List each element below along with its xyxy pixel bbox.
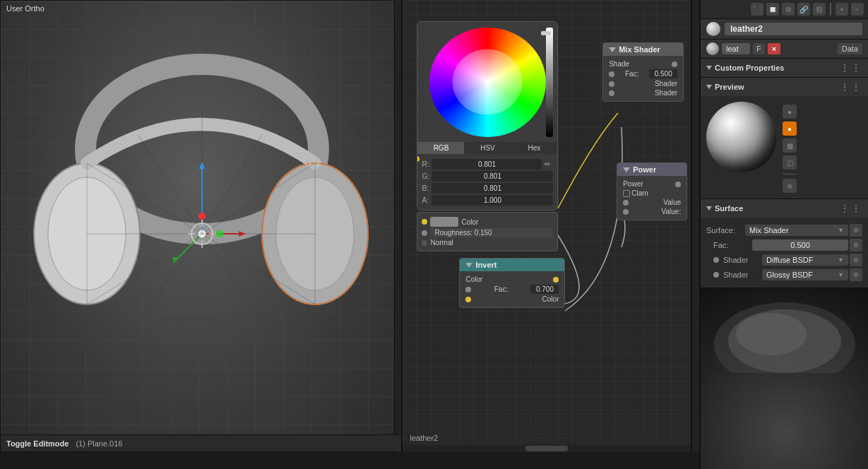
color-r-row: R: ✏ <box>422 158 553 170</box>
surface-header[interactable]: Surface ⋮⋮ <box>701 199 868 218</box>
surface-triangle[interactable] <box>706 206 712 210</box>
invert-collapse-triangle[interactable] <box>465 263 472 268</box>
svg-point-35 <box>736 313 807 355</box>
node-editor-panel[interactable]: RGB HSV Hex R: ✏ G: <box>401 0 692 452</box>
material-properties-node[interactable]: Color Roughness: 0.150 Normal <box>417 212 558 251</box>
brightness-handle[interactable] <box>541 31 551 35</box>
viewport-panel: User Ortho <box>0 0 395 452</box>
surface-type-dropdown[interactable]: Mix Shader ▼ <box>745 225 848 236</box>
roughness-connector[interactable] <box>422 230 427 236</box>
fac-settings-btn[interactable]: ⚙ <box>850 239 862 251</box>
panel-splitter-right[interactable]: ··· <box>692 0 699 452</box>
color-picker-node[interactable]: RGB HSV Hex R: ✏ G: <box>417 21 558 210</box>
a-input[interactable] <box>432 195 553 206</box>
r-input[interactable] <box>432 159 542 170</box>
shader2-dropdown[interactable]: Glossy BSDF ▼ <box>762 269 848 280</box>
shader2-value: Glossy BSDF <box>766 271 813 279</box>
icon-btn-1[interactable]: ⬛ <box>751 3 763 16</box>
eyedropper-icon[interactable]: ✏ <box>542 158 553 170</box>
preview-icon-cube[interactable]: ◫ <box>783 155 797 170</box>
preview-icon-sphere[interactable]: ● <box>783 105 797 119</box>
b-input[interactable] <box>432 183 553 194</box>
preview-header[interactable]: Preview ⋮⋮ <box>701 78 868 96</box>
normal-connector[interactable] <box>422 240 427 246</box>
tab-rgb[interactable]: RGB <box>417 142 464 154</box>
invert-fac-in[interactable] <box>465 287 471 292</box>
shader2-label: Shader <box>655 89 677 97</box>
connector-dot-1[interactable] <box>417 156 420 162</box>
preview-icon-sphere-active[interactable]: ● <box>783 121 797 136</box>
brightness-bar[interactable] <box>546 28 553 137</box>
value-label1: Value <box>663 198 681 206</box>
invert-color-in-row: Color <box>465 295 559 303</box>
preview-dots: ⋮⋮ <box>840 81 862 93</box>
value-row1: Value <box>623 198 681 206</box>
power-node[interactable]: Power Power Clam Value <box>617 162 687 220</box>
icon-btn-7[interactable]: − <box>851 3 864 16</box>
icon-btn-4[interactable]: 🔗 <box>797 3 810 16</box>
clamp-checkbox[interactable] <box>623 190 630 197</box>
shader1-in-dot[interactable] <box>609 81 614 87</box>
shader2-dot <box>713 272 719 278</box>
toolbar-sphere-icon <box>706 42 719 55</box>
preview-icon-plane[interactable]: ▦ <box>783 138 797 153</box>
value-in1[interactable] <box>623 200 629 206</box>
shader1-dropdown[interactable]: Diffuse BSDF ▼ <box>762 254 848 266</box>
icon-btn-5[interactable]: ⛓ <box>813 3 826 16</box>
mix-shader-body: Shade Fac: 0.500 Shader Shader <box>603 56 683 101</box>
preview-triangle[interactable] <box>706 85 712 89</box>
invert-node[interactable]: Invert Color Fac: 0.700 Color <box>459 258 565 308</box>
surface-settings-btn[interactable]: ⚙ <box>850 224 862 237</box>
fake-user-btn[interactable]: F <box>753 43 765 54</box>
node-editor-scrollbar[interactable] <box>403 445 691 452</box>
node-editor-scrollbar-thumb[interactable] <box>525 446 568 451</box>
shader2-row: Shader <box>609 89 677 97</box>
headphones-3d-object <box>29 43 375 425</box>
fac-label: Fac: <box>625 70 638 78</box>
invert-fac-value[interactable]: 0.700 <box>530 285 559 294</box>
shader2-settings-btn[interactable]: ⚙ <box>850 268 862 281</box>
custom-properties-header[interactable]: Custom Properties ⋮⋮ <box>701 59 868 77</box>
tab-hsv[interactable]: HSV <box>464 142 511 154</box>
value-in2[interactable] <box>623 209 629 215</box>
shader1-value: Diffuse BSDF <box>766 256 813 264</box>
icon-btn-3[interactable]: ⚙ <box>782 3 795 16</box>
material-shortname-input[interactable] <box>722 43 750 54</box>
custom-properties-triangle[interactable] <box>706 66 712 70</box>
preview-icon-waves[interactable]: ≋ <box>783 179 797 193</box>
surface-section: Surface ⋮⋮ Surface: Mix Shader ▼ ⚙ Fac: … <box>701 199 868 288</box>
invert-color-out-dot[interactable] <box>553 277 559 283</box>
node-editor-canvas[interactable]: RGB HSV Hex R: ✏ G: <box>403 0 691 452</box>
data-tab-btn[interactable]: Data <box>838 43 862 54</box>
fac-field[interactable]: 0.500 <box>752 239 848 251</box>
close-material-btn[interactable]: × <box>768 43 780 54</box>
tab-hex[interactable]: Hex <box>511 142 557 154</box>
color-wheel-container[interactable] <box>417 22 557 142</box>
shader1-row: Shader <box>609 80 677 88</box>
mix-shader-node[interactable]: Mix Shader Shade Fac: 0.500 Shader <box>602 42 684 102</box>
fac-value[interactable]: 0.500 <box>649 69 677 78</box>
g-input[interactable] <box>432 171 553 182</box>
custom-properties-dots: ⋮⋮ <box>840 62 862 73</box>
icon-btn-6[interactable]: + <box>836 3 848 16</box>
surface-title: Surface <box>715 204 837 213</box>
power-collapse-triangle[interactable] <box>623 167 630 172</box>
fac-in-dot[interactable] <box>609 71 614 77</box>
shader1-settings-btn[interactable]: ⚙ <box>850 254 862 266</box>
roughness-value[interactable]: Roughness: 0.150 <box>430 228 553 237</box>
svg-line-27 <box>202 234 262 319</box>
color-mode-tabs[interactable]: RGB HSV Hex <box>417 142 557 154</box>
shader2-in-dot[interactable] <box>609 90 614 96</box>
shader-out-dot[interactable] <box>672 61 677 67</box>
power-out[interactable] <box>675 182 681 187</box>
color-connector[interactable] <box>422 219 427 225</box>
value-row2: Value: <box>623 208 681 215</box>
node-collapse-triangle[interactable] <box>609 47 616 52</box>
invert-color-in-dot[interactable] <box>465 297 471 302</box>
panel-splitter-left[interactable]: ··· <box>395 0 402 452</box>
custom-properties-section: Custom Properties ⋮⋮ <box>701 59 868 78</box>
material-name-field[interactable]: leather2 <box>725 23 862 35</box>
color-wheel[interactable] <box>429 28 546 137</box>
icon-btn-2[interactable]: 🔲 <box>766 3 779 16</box>
bottom-3d-svg <box>701 288 868 373</box>
